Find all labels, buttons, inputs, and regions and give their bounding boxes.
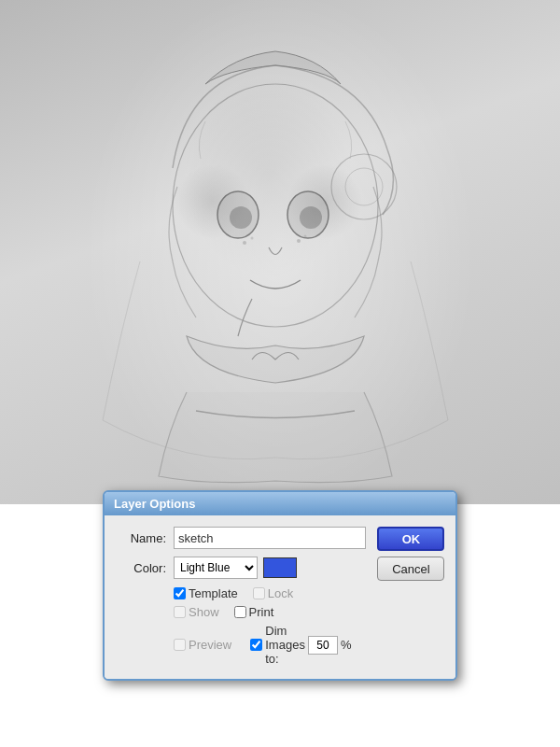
preview-dim-row: Preview Dim Images to: % <box>119 624 366 666</box>
lock-label: Lock <box>268 586 293 600</box>
dialog-overlay: Layer Options Name: Color: Light Blue No… <box>103 490 457 681</box>
svg-point-7 <box>243 241 246 245</box>
template-checkbox-item: Template <box>174 586 238 600</box>
dialog-titlebar: Layer Options <box>105 492 455 515</box>
name-input[interactable] <box>174 527 366 549</box>
dim-checkbox[interactable] <box>250 639 262 651</box>
cancel-button[interactable]: Cancel <box>377 557 444 581</box>
color-row: Color: Light Blue None Red Orange Yellow… <box>119 557 366 579</box>
dialog-body: Name: Color: Light Blue None Red Orange … <box>105 515 455 679</box>
show-print-row: Show Print <box>119 605 366 619</box>
preview-checkbox[interactable] <box>174 639 186 651</box>
sketch-drawing <box>0 0 560 504</box>
color-label: Color: <box>119 561 166 575</box>
dialog-fields: Name: Color: Light Blue None Red Orange … <box>119 527 366 666</box>
svg-point-6 <box>300 206 322 229</box>
dim-item: Dim Images to: % <box>250 624 351 666</box>
print-checkbox[interactable] <box>234 606 246 618</box>
lock-checkbox-item: Lock <box>253 586 293 600</box>
canvas-area <box>0 0 560 504</box>
dim-unit: % <box>341 638 352 652</box>
svg-point-1 <box>331 154 397 219</box>
name-label: Name: <box>119 531 166 545</box>
show-checkbox[interactable] <box>174 606 186 618</box>
template-lock-row: Template Lock <box>119 586 366 600</box>
svg-point-10 <box>304 235 307 238</box>
preview-label: Preview <box>189 638 231 652</box>
print-checkbox-item: Print <box>234 605 274 619</box>
color-select[interactable]: Light Blue None Red Orange Yellow Green … <box>174 557 258 579</box>
name-row: Name: <box>119 527 366 549</box>
ok-button[interactable]: OK <box>377 527 444 551</box>
layer-options-dialog: Layer Options Name: Color: Light Blue No… <box>103 490 457 681</box>
svg-point-5 <box>230 206 252 229</box>
template-label: Template <box>189 586 238 600</box>
dialog-buttons: OK Cancel <box>377 527 444 581</box>
svg-point-8 <box>251 237 254 240</box>
lock-checkbox[interactable] <box>253 587 265 599</box>
dialog-main-row: Name: Color: Light Blue None Red Orange … <box>119 527 441 666</box>
show-checkbox-item: Show <box>174 605 219 619</box>
print-label: Print <box>249 605 274 619</box>
svg-point-0 <box>173 84 378 327</box>
color-swatch[interactable] <box>263 557 297 578</box>
show-label: Show <box>189 605 219 619</box>
dialog-title: Layer Options <box>114 497 195 511</box>
template-checkbox[interactable] <box>174 587 186 599</box>
svg-point-9 <box>297 239 301 243</box>
dim-label: Dim Images to: <box>265 624 305 666</box>
dim-value-input[interactable] <box>308 636 338 655</box>
preview-checkbox-item: Preview <box>174 638 231 652</box>
